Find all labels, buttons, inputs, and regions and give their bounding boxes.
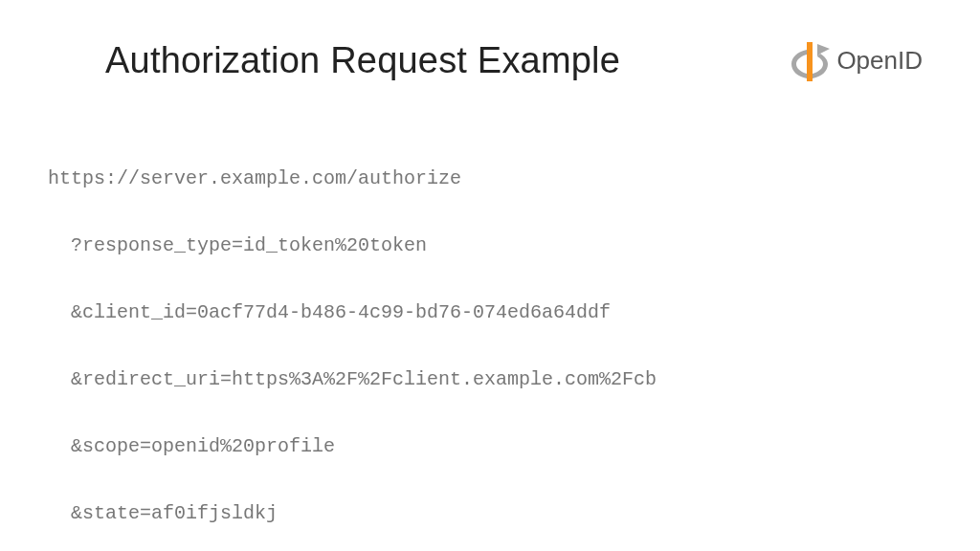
openid-logo-text: OpenID — [836, 46, 923, 76]
openid-logo: OpenID — [787, 38, 942, 82]
code-line-client-id: &client_id=0acf77d4-b486-4c99-bd76-074ed… — [48, 296, 942, 329]
code-line-state: &state=af0ifjsldkj — [48, 496, 942, 530]
openid-logo-icon — [787, 38, 831, 82]
page-title: Authorization Request Example — [105, 40, 620, 81]
code-line-scope: &scope=openid%20profile — [48, 430, 942, 463]
slide-header: Authorization Request Example OpenID — [0, 0, 980, 82]
code-line-redirect-uri: &redirect_uri=https%3A%2F%2Fclient.examp… — [48, 363, 942, 396]
code-line-response-type: ?response_type=id_token%20token — [48, 229, 942, 262]
code-line-url: https://server.example.com/authorize — [48, 162, 942, 195]
authorization-request-code: https://server.example.com/authorize ?re… — [0, 82, 980, 551]
